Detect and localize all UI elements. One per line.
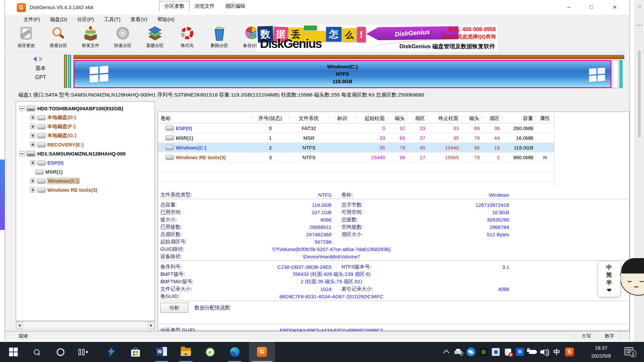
- menu-file[interactable]: 文件(F): [18, 15, 45, 24]
- tray-intel[interactable]: [490, 342, 502, 362]
- ime-mode-chinese[interactable]: 中: [606, 264, 612, 271]
- partition-segment-windows-c[interactable]: Windows(C:) NTFS 118.0GB: [73, 60, 611, 88]
- menu-tools[interactable]: 工具(T): [99, 15, 125, 24]
- col-capacity[interactable]: 容量: [502, 115, 536, 122]
- menu-partition[interactable]: 分区(P): [72, 15, 99, 24]
- prev-disk-icon[interactable]: [33, 56, 37, 62]
- format-button[interactable]: 格式化: [171, 25, 203, 52]
- tray-nvidia[interactable]: [478, 342, 490, 362]
- col-attributes[interactable]: 属性: [536, 115, 554, 122]
- tree-item-disk-d[interactable]: 本地磁盘(D:): [30, 113, 76, 122]
- word-button[interactable]: W: [151, 342, 172, 362]
- tree-item-recovery-e[interactable]: RECOVERY(E:): [30, 140, 84, 149]
- col-index-status[interactable]: 序号(状态): [252, 115, 289, 122]
- ime-mode-halfwidth[interactable]: 半: [606, 279, 612, 286]
- diskgenius-taskbar-button[interactable]: G: [249, 342, 275, 362]
- background-scrollbar[interactable]: [638, 50, 641, 137]
- expand-icon[interactable]: [30, 160, 35, 165]
- tree-item-msr[interactable]: MSR(1): [35, 167, 63, 176]
- ms-store-button[interactable]: [125, 342, 146, 362]
- collapse-icon[interactable]: [19, 106, 24, 111]
- tray-ime[interactable]: 中: [551, 342, 563, 362]
- tray-printer[interactable]: [452, 342, 464, 362]
- tray-dingtalk[interactable]: [465, 342, 477, 362]
- col-start-head[interactable]: 磁头: [388, 115, 408, 122]
- ie-icon: e: [206, 348, 215, 357]
- maximize-button[interactable]: □: [581, 0, 602, 15]
- collapse-icon[interactable]: [19, 151, 24, 156]
- partition-segment-re-tools[interactable]: [613, 60, 618, 88]
- heart-icon[interactable]: ❤: [607, 287, 611, 294]
- tree-item-disk-f[interactable]: 本地磁盘(F:): [30, 122, 75, 131]
- tree-item-disk-g[interactable]: 本地磁盘(G:): [30, 131, 76, 140]
- tree-item-hd0[interactable]: HD0:TOSHIBAMQ04ABF100(932GB): [19, 104, 123, 113]
- background-close-icon[interactable]: ×: [636, 3, 643, 10]
- close-button[interactable]: ×: [604, 0, 625, 15]
- save-changes-button[interactable]: 保存更改: [10, 25, 42, 52]
- table-row[interactable]: MSR(1) 1 MSR 33 69 37 35 79 44 16.0MB: [158, 133, 554, 143]
- menu-help[interactable]: 帮助(H): [152, 15, 179, 24]
- cortana-button[interactable]: [50, 342, 71, 362]
- tray-snowflake-app[interactable]: ❄: [514, 342, 526, 362]
- expand-icon[interactable]: [30, 115, 35, 120]
- col-volume-label[interactable]: 卷标: [158, 115, 252, 122]
- next-disk-icon[interactable]: [39, 56, 43, 62]
- col-end-head[interactable]: 磁头: [462, 115, 482, 122]
- edge-button[interactable]: [224, 342, 246, 362]
- scroll-left-icon[interactable]: [16, 321, 23, 329]
- tab-sector-edit[interactable]: 扇区编辑: [220, 1, 250, 10]
- ime-mode-simplified[interactable]: 简: [606, 272, 612, 279]
- expand-icon[interactable]: [30, 142, 35, 147]
- flash-app-button[interactable]: [101, 342, 122, 362]
- tray-sogou[interactable]: S: [564, 342, 576, 362]
- expand-icon[interactable]: [30, 124, 35, 129]
- expand-icon[interactable]: [30, 187, 35, 192]
- tab-partition-params[interactable]: 分区参数: [159, 1, 190, 11]
- scroll-right-icon[interactable]: [148, 321, 155, 329]
- start-button[interactable]: [3, 342, 24, 362]
- col-filesystem[interactable]: 文件系统: [289, 115, 329, 122]
- expand-icon[interactable]: [30, 178, 35, 183]
- ad-banner[interactable]: 数 据 丢 怎 么 ! DiskGenius DiskGenius 致电: 40…: [257, 25, 497, 52]
- partition-segment-end[interactable]: [620, 60, 623, 88]
- task-view-button[interactable]: [72, 342, 94, 362]
- menu-disk[interactable]: 磁盘(D): [45, 15, 72, 24]
- tree-item-hd1[interactable]: HD1:SAMSUNGMZNLN128HAHQ-000: [19, 149, 125, 158]
- tray-expand-button[interactable]: [440, 342, 452, 362]
- ad-qq-link[interactable]: 或点击此处选择QQ咨询: [443, 34, 496, 40]
- tree-item-windows-re[interactable]: Windows RE tools(3): [30, 185, 97, 194]
- action-center-button[interactable]: 2: [625, 347, 633, 355]
- minimize-button[interactable]: –: [558, 0, 579, 15]
- partition-segment-msr[interactable]: [68, 55, 71, 88]
- table-row[interactable]: ESP(0) 0 FAT32 0 32 33 33 69 36 260.0MB: [158, 123, 554, 133]
- tree-item-esp[interactable]: ESP(0): [30, 158, 63, 167]
- ime-widget[interactable]: 中 简 半 ❤: [598, 261, 621, 297]
- recover-files-button[interactable]: 恢复文件: [74, 25, 107, 52]
- ie-browser-button[interactable]: e: [199, 342, 221, 362]
- new-partition-button[interactable]: 新建分区: [139, 25, 171, 52]
- analyze-button[interactable]: 分析: [160, 303, 189, 313]
- tree-hscrollbar[interactable]: [16, 321, 155, 329]
- col-end-sector[interactable]: 扇区: [482, 115, 502, 122]
- delete-partition-button[interactable]: 删除分区: [203, 25, 235, 52]
- partition-segment-esp[interactable]: [64, 55, 67, 88]
- search-partition-button[interactable]: 搜索分区: [42, 25, 74, 52]
- tree-item-windows-c[interactable]: Windows(C:): [30, 176, 79, 185]
- menu-view[interactable]: 查看(V): [125, 15, 152, 24]
- taskbar-clock[interactable]: 18:37 2022/5/9: [581, 344, 621, 360]
- taskbar-search-button[interactable]: [26, 342, 48, 362]
- table-row[interactable]: Windows RE tools(3) 3 NTFS 15440 96 17 1…: [158, 153, 554, 162]
- file-explorer-button[interactable]: [175, 342, 197, 362]
- col-start-cylinder[interactable]: 起始柱面: [356, 115, 388, 122]
- tray-power[interactable]: [525, 342, 539, 362]
- col-flag[interactable]: 标识: [329, 115, 356, 122]
- tray-security[interactable]: [502, 342, 514, 362]
- col-end-cylinder[interactable]: 终止柱面: [428, 115, 462, 122]
- table-row-selected[interactable]: Windows(C:) 2 NTFS 35 79 45 15440 96 16 …: [158, 143, 554, 153]
- quick-partition-button[interactable]: 快速分区: [107, 25, 139, 52]
- expand-icon[interactable]: [30, 133, 35, 138]
- tab-browse-files[interactable]: 浏览文件: [190, 1, 219, 10]
- tray-volume[interactable]: [539, 342, 551, 362]
- background-more-icon[interactable]: ⋯: [636, 21, 644, 29]
- col-start-sector[interactable]: 扇区: [408, 115, 428, 122]
